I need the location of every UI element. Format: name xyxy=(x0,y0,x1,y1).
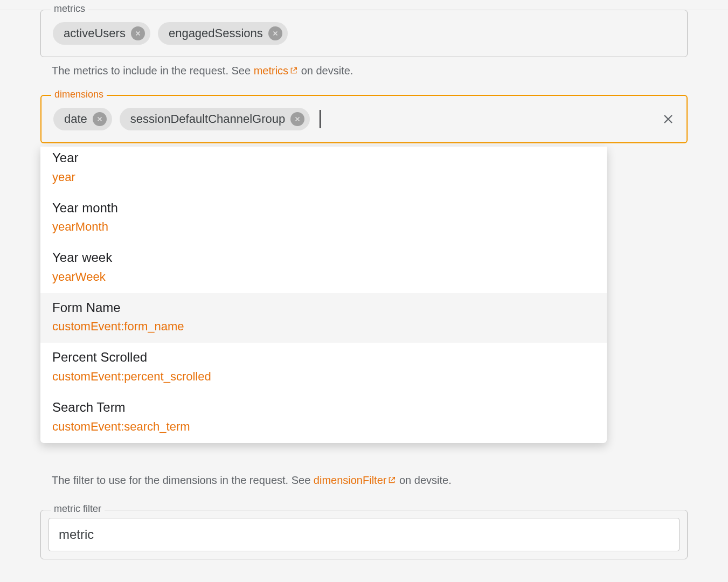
chip-label: sessionDefaultChannelGroup xyxy=(130,112,285,126)
dropdown-option-api-name: year xyxy=(52,168,595,186)
metrics-helper-suffix: on devsite. xyxy=(298,65,353,77)
chip: sessionDefaultChannelGroup xyxy=(120,108,310,130)
dropdown-option[interactable]: Form NamecustomEvent:form_name xyxy=(40,293,607,343)
metrics-helper-prefix: The metrics to include in the request. S… xyxy=(52,65,254,77)
text-caret xyxy=(320,110,321,128)
dimensions-field[interactable]: dimensions datesessionDefaultChannelGrou… xyxy=(40,95,688,143)
dropdown-option-title: Year month xyxy=(52,199,595,217)
dropdown-option[interactable]: Year weekyearWeek xyxy=(40,243,607,293)
dropdown-option-title: Search Term xyxy=(52,398,595,417)
chip: activeUsers xyxy=(53,22,150,45)
chip-label: date xyxy=(64,112,87,126)
chip-remove-icon[interactable] xyxy=(268,26,282,40)
dimensions-helper-link[interactable]: dimensionFilter xyxy=(314,474,397,486)
dropdown-option-api-name: customEvent:percent_scrolled xyxy=(52,368,595,385)
metrics-field[interactable]: metrics activeUsersengagedSessions xyxy=(40,10,688,57)
dropdown-option-api-name: yearWeek xyxy=(52,268,595,286)
chip: date xyxy=(53,108,112,130)
metrics-helper-link[interactable]: metrics xyxy=(254,65,298,77)
dropdown-option-api-name: customEvent:form_name xyxy=(52,317,595,335)
dropdown-option[interactable]: Percent ScrolledcustomEvent:percent_scro… xyxy=(40,343,607,393)
dropdown-option-title: Form Name xyxy=(52,299,595,317)
chip-remove-icon[interactable] xyxy=(290,112,304,126)
chip-label: activeUsers xyxy=(64,26,126,40)
external-link-icon xyxy=(289,63,298,72)
metrics-chip-row: activeUsersengagedSessions xyxy=(53,20,675,47)
metric-filter-legend: metric filter xyxy=(51,504,105,514)
dropdown-option[interactable]: Year monthyearMonth xyxy=(40,193,607,244)
dropdown-option[interactable]: Search TermcustomEvent:search_term xyxy=(40,393,607,443)
chip-remove-icon[interactable] xyxy=(93,112,107,126)
metric-filter-field[interactable]: metric filter metric xyxy=(40,510,688,559)
dropdown-option-title: Year week xyxy=(52,248,595,267)
chip-label: engagedSessions xyxy=(169,26,263,40)
external-link-icon xyxy=(387,473,396,481)
dimensions-helper-suffix: on devsite. xyxy=(396,474,451,486)
metrics-legend: metrics xyxy=(51,4,88,13)
dropdown-option-api-name: customEvent:search_term xyxy=(52,418,595,435)
dropdown-option-title: Percent Scrolled xyxy=(52,348,595,366)
chip: engagedSessions xyxy=(158,22,288,45)
dimensions-chip-row: datesessionDefaultChannelGroup xyxy=(53,106,675,133)
dimensions-helper: The filter to use for the dimensions in … xyxy=(52,472,688,488)
dimensions-legend: dimensions xyxy=(51,89,107,99)
metric-filter-inner[interactable]: metric xyxy=(48,518,680,551)
dropdown-option[interactable]: Yearyear xyxy=(40,147,607,193)
chip-remove-icon[interactable] xyxy=(131,26,145,40)
metrics-helper: The metrics to include in the request. S… xyxy=(52,63,688,79)
dimensions-dropdown[interactable]: YearyearYear monthyearMonthYear weekyear… xyxy=(40,147,607,443)
metric-filter-inner-label: metric xyxy=(59,527,94,542)
clear-dimensions-icon[interactable] xyxy=(660,110,677,128)
dropdown-option-title: Year xyxy=(52,149,595,167)
dropdown-option-api-name: yearMonth xyxy=(52,218,595,235)
dimensions-helper-prefix: The filter to use for the dimensions in … xyxy=(52,474,314,486)
